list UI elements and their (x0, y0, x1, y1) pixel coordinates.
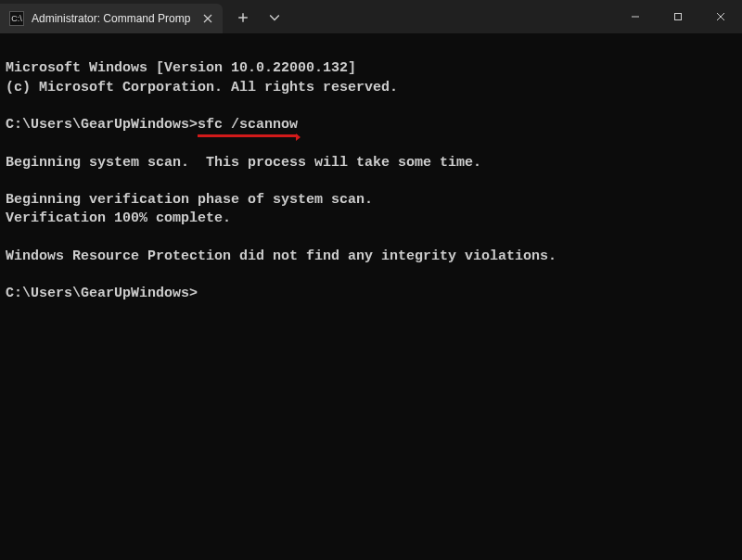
titlebar: C:\ Administrator: Command Promp (0, 0, 742, 33)
annotation-underline (198, 134, 298, 137)
output-line: Microsoft Windows [Version 10.0.22000.13… (6, 60, 356, 76)
output-line (6, 98, 14, 114)
close-icon (203, 14, 212, 23)
tab-close-button[interactable] (200, 11, 215, 26)
tab-cmd[interactable]: C:\ Administrator: Command Promp (0, 4, 223, 33)
entered-command: sfc /scannow (198, 116, 298, 134)
output-line (6, 173, 14, 189)
minimize-icon (631, 12, 640, 21)
chevron-down-icon (269, 12, 280, 23)
text-cursor (198, 286, 205, 301)
svg-rect-0 (675, 14, 682, 20)
minimize-button[interactable] (614, 0, 657, 33)
window-controls (614, 0, 742, 33)
window-close-button[interactable] (699, 0, 742, 33)
output-line: Beginning verification phase of system s… (6, 192, 373, 208)
terminal-output[interactable]: Microsoft Windows [Version 10.0.22000.13… (0, 33, 742, 560)
new-tab-button[interactable] (228, 3, 258, 32)
prompt-line: C:\Users\GearUpWindows> (6, 286, 205, 301)
cmd-icon: C:\ (9, 11, 24, 26)
tab-actions (223, 0, 289, 33)
close-icon (716, 12, 725, 21)
prompt-line: C:\Users\GearUpWindows>sfc /scannow (6, 117, 298, 133)
output-line: Windows Resource Protection did not find… (6, 248, 556, 264)
output-line: Beginning system scan. This process will… (6, 155, 481, 171)
tab-dropdown-button[interactable] (260, 3, 289, 32)
output-line (6, 135, 14, 151)
maximize-icon (673, 12, 683, 21)
prompt-prefix: C:\Users\GearUpWindows> (6, 117, 198, 133)
output-line: Verification 100% complete. (6, 210, 231, 226)
plus-icon (237, 12, 249, 23)
maximize-button[interactable] (657, 0, 699, 33)
output-line (6, 230, 14, 246)
prompt-prefix: C:\Users\GearUpWindows> (6, 286, 198, 301)
titlebar-drag-area[interactable] (289, 0, 614, 33)
output-line: (c) Microsoft Corporation. All rights re… (6, 80, 398, 95)
tab-label: Administrator: Command Promp (32, 12, 200, 25)
output-line (6, 267, 14, 283)
